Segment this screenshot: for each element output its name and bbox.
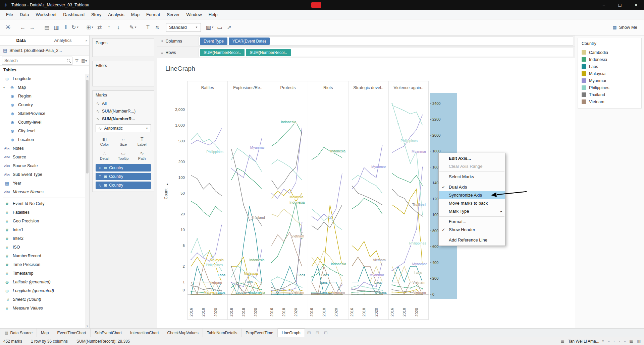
legend-item-cambodia[interactable]: Cambodia <box>582 49 638 56</box>
undo-icon[interactable]: ← <box>18 22 28 33</box>
sheet-tab-tablenumdetails[interactable]: TableNumDetails <box>203 329 242 337</box>
pages-shelf[interactable]: Pages <box>92 38 154 57</box>
field-longitude[interactable]: ⊕Longitude <box>0 74 85 83</box>
menu-item-synchronize-axis[interactable]: Synchronize Axis <box>439 191 505 199</box>
show-filmstrip-icon[interactable]: ▥ <box>637 339 641 344</box>
sheet-tab-data-source[interactable]: ▤Data Source <box>1 329 37 337</box>
legend-item-myanmar[interactable]: Myanmar <box>582 77 638 84</box>
save-icon[interactable]: ▤ <box>42 22 52 33</box>
mark-type-dropdown[interactable]: ∿ Automatic ▼ <box>96 124 151 132</box>
legend-item-laos[interactable]: Laos <box>582 63 638 70</box>
line-chart[interactable]: 2,0001,0005002001005020105210Count▴Battl… <box>157 78 575 326</box>
legend-item-thailand[interactable]: Thailand <box>582 91 638 98</box>
add-data-source-icon[interactable]: ▥ <box>52 22 61 33</box>
filters-shelf[interactable]: Filters <box>92 61 154 86</box>
sheet-tab-checkmapvalues[interactable]: CheckMapValues <box>163 329 203 337</box>
run-auto-updates-icon[interactable]: ↻▼ <box>70 22 80 33</box>
tableau-logo-icon[interactable]: ✳ <box>3 22 13 33</box>
scroll-down-icon[interactable]: ▼ <box>85 324 89 328</box>
pill-event-type[interactable]: Event Type <box>200 38 227 45</box>
field-measure-values[interactable]: #Measure Values <box>0 304 85 313</box>
menu-item-dual-axis[interactable]: Dual Axis✓ <box>439 183 505 191</box>
pill-sum-numberrecor-1[interactable]: SUM(NumberRecor.. <box>246 49 290 56</box>
legend-item-indonesia[interactable]: Indonesia <box>582 56 638 63</box>
menu-format[interactable]: Format <box>143 10 163 19</box>
share-workbook-icon[interactable]: ↗ <box>224 22 234 33</box>
menu-item-add-reference-line[interactable]: Add Reference Line <box>439 236 505 244</box>
field-longitude-generated[interactable]: ⊕Longitude (generated) <box>0 286 85 295</box>
field-source[interactable]: AbcSource <box>0 153 85 161</box>
close-button[interactable]: × <box>628 0 644 10</box>
last-sheet-icon[interactable]: » <box>624 339 626 343</box>
menu-item-format[interactable]: Format... <box>439 218 505 226</box>
show-mark-labels-icon[interactable]: T <box>143 22 153 33</box>
legend-item-philippines[interactable]: Philippines <box>582 84 638 91</box>
menu-window[interactable]: Window <box>183 10 205 19</box>
menu-server[interactable]: Server <box>163 10 183 19</box>
highlight-icon[interactable]: ✎▼ <box>128 22 138 33</box>
sheet-tab-eventtimechart[interactable]: EventTimeChart <box>53 329 90 337</box>
filter-fields-icon[interactable]: ▽ <box>74 58 80 63</box>
pill-year-event-date[interactable]: YEAR(Event Date) <box>229 38 270 45</box>
new-story-button[interactable]: ⊡ <box>322 329 330 337</box>
menu-story[interactable]: Story <box>88 10 105 19</box>
field-country[interactable]: ⊕Country <box>0 100 85 109</box>
field-region[interactable]: ⊕Region <box>0 92 85 100</box>
field-numberrecord[interactable]: #NumberRecord <box>0 252 85 260</box>
menu-item-move-marks-to-back[interactable]: Move marks to back <box>439 199 505 207</box>
scroll-up-icon[interactable]: ▲ <box>85 74 89 79</box>
field-source-scale[interactable]: AbcSource Scale <box>0 161 85 170</box>
scrollbar-thumb[interactable] <box>86 80 89 174</box>
field-map[interactable]: ▾⊕Map <box>0 83 85 92</box>
field-event-id-no-cnty[interactable]: #Event Id No Cnty <box>0 199 85 208</box>
field-notes[interactable]: AbcNotes <box>0 144 85 153</box>
menu-worksheet[interactable]: Worksheet <box>32 10 60 19</box>
user-account-dropdown[interactable]: Tan Wei Li Ama... ▼ <box>568 339 604 344</box>
search-input[interactable] <box>4 58 67 63</box>
field-fatalities[interactable]: #Fatalities <box>0 208 85 217</box>
presentation-mode-icon[interactable]: ▭ <box>215 22 224 33</box>
sheet-tab-linegraph[interactable]: LineGraph <box>278 329 305 337</box>
marks-layer-2[interactable]: ∿SUM(NumberR... <box>93 115 154 123</box>
field-state-province[interactable]: ⊕State/Province <box>0 109 85 118</box>
menu-dashboard[interactable]: Dashboard <box>60 10 88 19</box>
sheet-tab-interactionchart[interactable]: InteractionChart <box>126 329 163 337</box>
fit-dropdown[interactable]: Standard ▼ <box>166 23 201 32</box>
field-iso[interactable]: #ISO <box>0 243 85 252</box>
field-inter1[interactable]: #Inter1 <box>0 225 85 234</box>
next-sheet-icon[interactable]: › <box>619 339 620 343</box>
marks-pill-country-path[interactable]: ∿⊞Country <box>96 182 151 189</box>
pause-auto-updates-icon[interactable]: ‖ <box>61 22 70 33</box>
field-year[interactable]: ▦Year <box>0 179 85 188</box>
show-me-button[interactable]: ▦ Show Me <box>613 25 641 30</box>
sheet-tab-map[interactable]: Map <box>37 329 53 337</box>
view-cards-icon[interactable]: ▧▼ <box>205 22 215 33</box>
path-button[interactable]: ∿Path <box>133 149 151 162</box>
swap-rows-and-columns-icon[interactable]: ⇄ <box>95 22 104 33</box>
detail-button[interactable]: ∴Detail <box>96 149 114 162</box>
field-sub-event-type[interactable]: AbcSub Event Type <box>0 170 85 179</box>
new-worksheet-button[interactable]: ⊞ <box>305 329 313 337</box>
menu-data[interactable]: Data <box>16 10 32 19</box>
sheet-tab-propeventtime[interactable]: PropEventTime <box>241 329 277 337</box>
fields-scrollbar[interactable]: ▲▼ <box>85 74 89 328</box>
field-sheet1-count[interactable]: =#Sheet1 (Count) <box>0 295 85 304</box>
field-time-precision[interactable]: #Time Precision <box>0 260 85 269</box>
data-details-icon[interactable]: ▦ <box>560 339 564 344</box>
menu-map[interactable]: Map <box>128 10 143 19</box>
field-city-level[interactable]: ⊕City-level <box>0 127 85 135</box>
first-sheet-icon[interactable]: « <box>608 339 610 343</box>
view-options-icon[interactable]: ▦▾ <box>81 58 87 63</box>
field-location[interactable]: ⊕Location <box>0 135 85 144</box>
tab-data[interactable]: Data <box>0 36 42 45</box>
pane-menu-icon[interactable]: ▸ <box>84 36 89 45</box>
new-dashboard-button[interactable]: ⊟ <box>313 329 322 337</box>
rows-drop-area[interactable]: SUM(NumberRecor..SUM(NumberRecor.. <box>199 48 573 57</box>
pill-sum-numberrecor-0[interactable]: SUM(NumberRecor.. <box>200 49 245 56</box>
columns-drop-area[interactable]: Event TypeYEAR(Event Date) <box>199 37 573 46</box>
menu-item-edit-axis[interactable]: Edit Axis... <box>439 154 505 162</box>
tab-analytics[interactable]: Analytics <box>42 36 84 45</box>
marks-layer-0[interactable]: ∿All <box>93 99 154 107</box>
color-legend[interactable]: Country CambodiaIndonesiaLaosMalaysiaMya… <box>578 38 642 109</box>
field-county-level[interactable]: ⊕County-level <box>0 118 85 127</box>
